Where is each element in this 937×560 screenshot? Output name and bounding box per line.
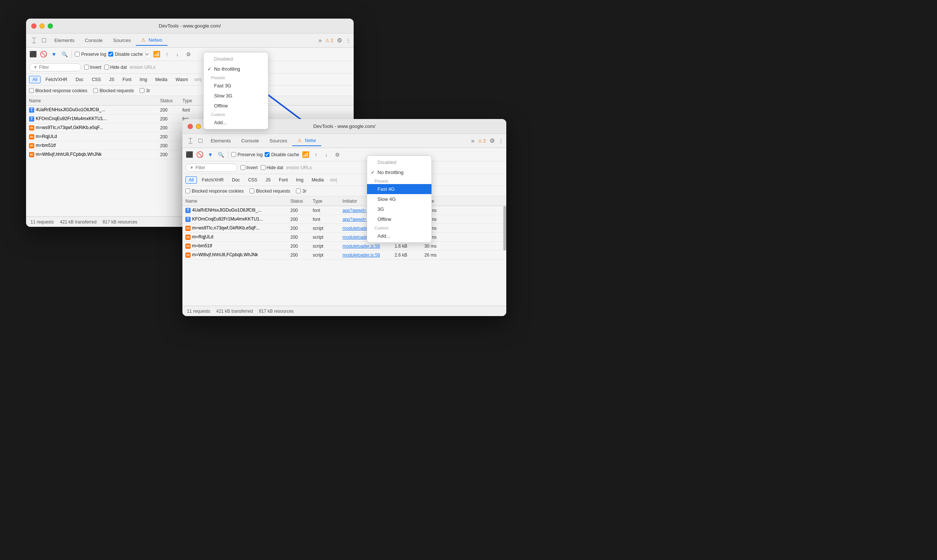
menu-offline-1[interactable]: Offline	[204, 101, 268, 111]
tab-console-1[interactable]: Console	[80, 35, 108, 45]
filter-toggle-btn-1[interactable]: ▼	[50, 50, 58, 58]
menu-no-throttling-2[interactable]: No throttling	[367, 167, 431, 177]
search-btn-2[interactable]: 🔍	[217, 151, 225, 159]
network-table-2: Name Status Type Initiator Size Time T4U…	[182, 196, 506, 260]
menu-add-1[interactable]: Add...	[204, 117, 268, 128]
download-icon-2: ↓	[323, 151, 330, 159]
table-row-2-2[interactable]: TKFOmCnqEu92Fr1Mu4mxKKTU1... 200 font ap…	[182, 215, 506, 224]
filter-input-2[interactable]	[195, 165, 233, 170]
table-row-2-5[interactable]: mm=bm51tf 200 script moduleloader.js:58 …	[182, 242, 506, 251]
filter-font-2[interactable]: Font	[275, 176, 291, 184]
more-tabs-icon-2[interactable]: »	[471, 138, 474, 144]
menu-no-throttling-1[interactable]: No throttling	[204, 64, 268, 74]
invert-checkbox-2[interactable]	[241, 165, 245, 170]
scrollbar-2[interactable]	[503, 206, 506, 249]
table-row-2-1[interactable]: T4UaRrENHsxJlGDuGo1OllJfC6l_... 200 font…	[182, 206, 506, 215]
hide-data-checkbox-1[interactable]	[104, 65, 109, 69]
filter-fetch-2[interactable]: Fetch/XHR	[198, 176, 227, 184]
filter-css-2[interactable]: CSS	[245, 176, 261, 184]
requests-count-2: 11 requests	[187, 309, 210, 314]
tab-console-2[interactable]: Console	[236, 136, 264, 146]
table-row-2-3[interactable]: mm=ws9TIc,n73qwf,GkRiKb,e5qF... 200 scri…	[182, 224, 506, 233]
filter-funnel-icon-1: ▼	[33, 65, 38, 70]
col-header-name-1[interactable]: Name	[26, 98, 160, 103]
menu-offline-2[interactable]: Offline	[367, 214, 431, 224]
filter-js-2[interactable]: JS	[262, 176, 274, 184]
col-header-type-2[interactable]: Type	[313, 198, 343, 204]
col-header-status-2[interactable]: Status	[290, 198, 313, 204]
menu-3g-2[interactable]: 3G	[367, 204, 431, 214]
col-header-name-2[interactable]: Name	[182, 198, 290, 204]
search-btn-1[interactable]: 🔍	[60, 50, 68, 58]
filter-css-1[interactable]: CSS	[88, 76, 104, 83]
filter-img-2[interactable]: Img	[293, 176, 307, 184]
hide-data-checkbox-2[interactable]	[261, 165, 266, 170]
menu-add-2[interactable]: Add...	[367, 231, 431, 241]
col-header-status-1[interactable]: Status	[160, 98, 182, 103]
filter-fetch-1[interactable]: Fetch/XHR	[42, 76, 71, 83]
cursor-icon-1[interactable]: ⌶	[29, 37, 39, 44]
throttle-select-1[interactable]	[145, 50, 150, 58]
stop-recording-btn-2[interactable]: ⬛	[185, 151, 194, 159]
preserve-log-checkbox-1[interactable]	[75, 52, 80, 57]
tab-elements-2[interactable]: Elements	[205, 136, 236, 146]
invert-checkbox-1[interactable]	[84, 65, 89, 69]
menu-fast4g-2[interactable]: Fast 4G	[367, 184, 431, 194]
blocked-cookies-checkbox-1[interactable]	[29, 88, 34, 93]
filter-input-wrap-1: ▼	[29, 63, 81, 71]
close-button-2[interactable]	[188, 124, 193, 129]
tab-network-1[interactable]: ⚠ Netwo	[136, 35, 167, 46]
blocked-requests-label-1: Blocked requests	[93, 88, 134, 93]
tab-sources-1[interactable]: Sources	[108, 35, 136, 45]
filter-js-1[interactable]: JS	[106, 76, 117, 83]
filter-img-1[interactable]: Img	[136, 76, 150, 83]
tab-elements-1[interactable]: Elements	[49, 35, 80, 45]
more-options-icon-2[interactable]: ⋮	[499, 138, 503, 143]
maximize-button-1[interactable]	[48, 23, 53, 29]
filter-wasm-1[interactable]: Wasm	[172, 76, 192, 83]
filter-toggle-btn-2[interactable]: ▼	[206, 151, 215, 159]
clear-btn-1[interactable]: 🚫	[39, 50, 48, 58]
third-party-checkbox-2[interactable]	[296, 189, 301, 193]
filter-all-1[interactable]: All	[29, 76, 40, 83]
blocked-requests-checkbox-2[interactable]	[249, 189, 254, 193]
network-gear-1[interactable]: ⚙	[185, 50, 193, 58]
filter-doc-1[interactable]: Doc	[72, 76, 87, 83]
filter-font-1[interactable]: Font	[119, 76, 135, 83]
filter-input-1[interactable]	[39, 65, 76, 70]
clear-btn-2[interactable]: 🚫	[196, 151, 204, 159]
settings-icon-1[interactable]: ⚙	[337, 37, 342, 44]
menu-slow4g-2[interactable]: Slow 4G	[367, 194, 431, 204]
throttle-dropdown-1: Disabled No throttling Presets Fast 3G S…	[203, 52, 269, 129]
filter-media-1[interactable]: Media	[152, 76, 171, 83]
menu-slow3g-1[interactable]: Slow 3G	[204, 91, 268, 101]
third-party-checkbox-1[interactable]	[140, 88, 144, 93]
preserve-log-checkbox-2[interactable]	[231, 152, 236, 157]
more-tabs-icon-1[interactable]: »	[318, 37, 322, 44]
filter-doc-2[interactable]: Doc	[228, 176, 243, 184]
cursor-icon-2[interactable]: ⌶	[185, 137, 195, 145]
tab-network-2[interactable]: ⚠ Netw	[292, 135, 321, 146]
row-icon-font-2: T	[29, 116, 34, 122]
table-row-1-1[interactable]: T4UaRrENHsxJlGDuGo1OllJfC6l_... 200 font…	[26, 106, 353, 115]
table-row-2-6[interactable]: mm=Wt6vjf,hhhU8,FCpbqb,WhJNk 200 script …	[182, 251, 506, 260]
blocked-requests-checkbox-1[interactable]	[93, 88, 98, 93]
close-button-1[interactable]	[31, 23, 37, 29]
menu-fast3g-1[interactable]: Fast 3G	[204, 81, 268, 91]
disable-cache-checkbox-1[interactable]	[108, 52, 113, 57]
network-gear-2[interactable]: ⚙	[333, 151, 342, 159]
tab-sources-2[interactable]: Sources	[264, 136, 293, 146]
filter-media-2[interactable]: Media	[308, 176, 327, 184]
table-row-2-4[interactable]: mm=RqjULd 200 script moduleloader.js:58 …	[182, 233, 506, 242]
blocked-cookies-checkbox-2[interactable]	[185, 189, 190, 193]
inspect-icon-1[interactable]: □	[39, 37, 49, 44]
minimize-button-1[interactable]	[39, 23, 45, 29]
scrollbar-thumb-2[interactable]	[503, 206, 506, 251]
settings-icon-2[interactable]: ⚙	[489, 137, 495, 144]
stop-recording-btn-1[interactable]: ⬛	[29, 50, 37, 58]
minimize-button-2[interactable]	[196, 124, 201, 129]
filter-all-2[interactable]: All	[185, 176, 197, 184]
disable-cache-checkbox-2[interactable]	[265, 152, 270, 157]
inspect-icon-2[interactable]: □	[195, 137, 205, 145]
more-options-icon-1[interactable]: ⋮	[346, 38, 351, 43]
